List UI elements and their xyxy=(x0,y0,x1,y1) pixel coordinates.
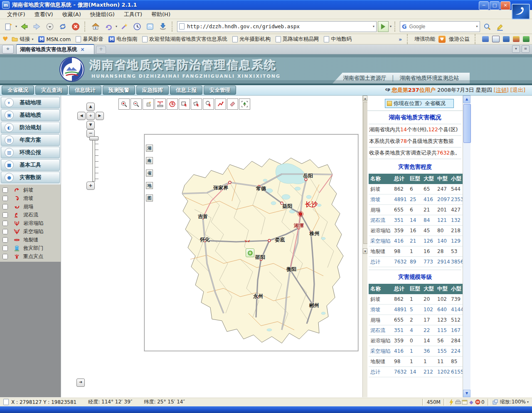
favorites-heart-icon[interactable]: ♥ xyxy=(2,35,8,43)
link-land-resources-dept[interactable]: 湖南省国土资源厅 xyxy=(343,74,387,82)
link-milu-city[interactable]: 觅路城市精品网 xyxy=(274,35,320,43)
search-engine-dropdown[interactable]: ▾ xyxy=(476,25,478,28)
magic-fill-button[interactable] xyxy=(118,21,130,32)
new-page-button[interactable] xyxy=(2,21,14,32)
page-scrollbar[interactable]: ▲ ▼ xyxy=(463,96,470,397)
link-baofeng[interactable]: 暴风影音 xyxy=(74,35,105,43)
undo-button[interactable] xyxy=(103,21,114,32)
page-scroll-down-icon[interactable]: ▼ xyxy=(463,390,470,397)
boost-icon[interactable] xyxy=(448,399,455,405)
proxy-icon[interactable] xyxy=(455,399,461,405)
sidebar-group-environment-bulletin[interactable]: ▥环境公报 xyxy=(1,147,60,158)
sidebar-group-disaster-data[interactable]: ●灾害数据 xyxy=(1,172,60,183)
address-dropdown[interactable]: ▾ xyxy=(373,25,374,28)
plugin-diamond-icon[interactable]: ◆ xyxy=(468,399,475,405)
pan-center-button[interactable]: + xyxy=(86,112,95,120)
menu-tools[interactable]: 工具(T) xyxy=(119,10,147,19)
zoom-control[interactable]: 缩放:100% ▾ xyxy=(492,398,529,406)
layer-landslide-checkbox[interactable] xyxy=(2,196,8,201)
pan-up-button[interactable]: ▲ xyxy=(86,103,95,111)
menu-file[interactable]: 文件(F) xyxy=(2,10,30,19)
tab-list-chevron-icon[interactable]: ▾ xyxy=(512,45,520,53)
pan-right-button[interactable]: ▶ xyxy=(96,112,104,120)
sidebar-group-basic-geology[interactable]: ▣基础地质 xyxy=(1,109,60,121)
link-radio-guide[interactable]: M电台指南 xyxy=(107,35,138,43)
links-folder[interactable]: 链接▾ xyxy=(10,35,34,43)
highlight-icon[interactable] xyxy=(494,21,506,32)
tool-select-rect[interactable] xyxy=(179,98,190,110)
tool-scale[interactable]: S xyxy=(167,98,178,110)
nav-tab-statistics[interactable]: 信息统计 xyxy=(69,86,101,95)
zoom-slider-track[interactable] xyxy=(92,138,95,182)
tool-select-polygon[interactable] xyxy=(191,98,202,110)
sidebar-group-prevention-plan[interactable]: ◐防治规划 xyxy=(1,122,60,133)
notes-plugin-icon[interactable] xyxy=(503,36,510,42)
go-button[interactable] xyxy=(378,21,389,32)
pan-down-button[interactable]: ▼ xyxy=(86,121,95,129)
layer-ground-fissure-checkbox[interactable] xyxy=(2,237,8,243)
tool-pan[interactable] xyxy=(143,98,154,110)
new-page-dropdown[interactable]: ▾ xyxy=(15,25,17,28)
tool-measure-distance[interactable]: ? xyxy=(155,98,166,110)
tab-active[interactable]: 湖南省地质灾害信息系统 × xyxy=(16,44,94,54)
nav-tab-forecast-warning[interactable]: 预测预警 xyxy=(103,86,135,95)
tool-eraser[interactable] xyxy=(227,98,238,110)
enhance-features-button[interactable]: 增强功能 xyxy=(414,36,435,43)
new-window-icon[interactable] xyxy=(461,399,468,405)
nav-tab-info-report[interactable]: 信息上报 xyxy=(170,86,202,95)
menu-quick-group[interactable]: 快捷组(G) xyxy=(86,10,119,19)
history-dropdown-button[interactable] xyxy=(44,21,56,32)
address-input[interactable] xyxy=(186,23,371,30)
link-msn[interactable]: MMSN.com xyxy=(37,36,72,43)
sidebar-group-annual-plan[interactable]: ▤年度方案 xyxy=(1,134,60,146)
exit-link[interactable]: [退出] xyxy=(510,86,525,94)
page-scroll-up-icon[interactable]: ▲ xyxy=(463,96,470,103)
refresh-button[interactable] xyxy=(57,21,69,32)
tool-full-extent[interactable] xyxy=(239,98,250,110)
pen-plugin-icon[interactable] xyxy=(513,36,520,42)
zoom-slider-thumb[interactable] xyxy=(89,136,99,140)
search-input[interactable] xyxy=(409,23,475,30)
stop-button[interactable] xyxy=(70,21,81,32)
maxthon-charity-icon[interactable]: ♥ xyxy=(438,36,446,43)
logout-link[interactable]: [注销] xyxy=(494,86,509,94)
link-guangnian-photo[interactable]: 光年摄影机构 xyxy=(231,35,272,43)
home-button[interactable] xyxy=(90,21,101,32)
game-plugin-icon[interactable] xyxy=(523,36,530,42)
link-hunan-geohazard[interactable]: 欢迎登陆湖南省地质灾害信息系统 xyxy=(141,35,229,43)
layer-collapse-checkbox[interactable] xyxy=(2,204,8,209)
download-button[interactable] xyxy=(157,21,169,32)
messenger-plugin-icon[interactable] xyxy=(482,36,489,42)
layer-mining-collapse-checkbox[interactable] xyxy=(2,229,8,234)
tabs-refresh-button[interactable] xyxy=(144,21,156,32)
menu-favorites[interactable]: 收藏(A) xyxy=(58,10,86,19)
tool-zoom-in[interactable] xyxy=(118,98,130,110)
maxthon-charity-label[interactable]: 傲游公益 xyxy=(449,36,470,43)
tool-select-circle[interactable] xyxy=(203,98,214,110)
scroll-down-icon[interactable]: ▼ xyxy=(363,248,367,254)
nav-tab-emergency-command[interactable]: 应急指挥 xyxy=(136,86,169,95)
link-zhongdi-digital[interactable]: 中地数码 xyxy=(323,35,353,43)
layer-debris-flow-checkbox[interactable] xyxy=(2,212,8,218)
zoom-dropdown-icon[interactable]: ▾ xyxy=(527,400,529,404)
layer-rescue-departments-checkbox[interactable] xyxy=(2,246,8,251)
tool-zoom-out[interactable] xyxy=(131,98,142,110)
go-dropdown[interactable]: ▾ xyxy=(390,25,392,28)
map-canvas[interactable]: 湖 南 省 地 图 张家界常德岳阳益阳长沙吉首湘潭株州怀化娄底邵阳衡阳永州郴州 … xyxy=(144,134,358,351)
map-panel-scrollbar[interactable]: ▲ ▼ xyxy=(362,96,367,397)
links-overflow-button[interactable]: » xyxy=(399,36,402,42)
zoom-in-step-button[interactable]: + xyxy=(86,182,95,190)
forward-button[interactable] xyxy=(31,21,43,32)
nav-tab-province-overview[interactable]: 全省概况 xyxy=(2,86,34,95)
layer-slope-checkbox[interactable] xyxy=(2,187,8,193)
tool-redline[interactable] xyxy=(215,98,226,110)
ad-blocker-icon[interactable] xyxy=(475,399,481,405)
sidebar-group-basic-geography[interactable]: »基础地理 xyxy=(1,97,60,108)
window-plugin-icon[interactable] xyxy=(492,36,500,42)
nav-tab-security-admin[interactable]: 安全管理 xyxy=(204,86,236,95)
search-icon[interactable] xyxy=(481,21,493,32)
page-scrollbar-thumb[interactable] xyxy=(463,104,471,143)
layer-karst-collapse-checkbox[interactable] xyxy=(2,221,8,226)
maximize-button[interactable]: □ xyxy=(490,1,500,10)
minimize-button[interactable]: ─ xyxy=(479,1,489,10)
